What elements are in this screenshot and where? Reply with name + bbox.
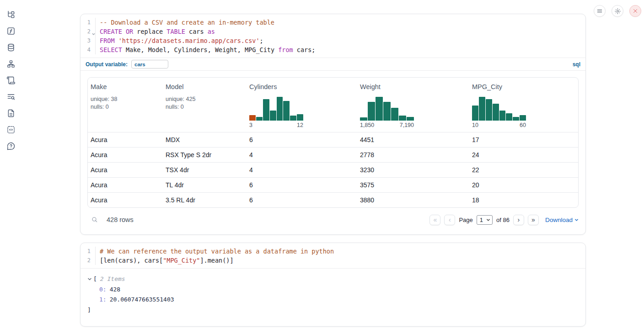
help-icon[interactable]: [6, 142, 16, 151]
column-header-cylinders[interactable]: Cylinders 3 12: [247, 78, 357, 132]
hist-min-label: 1,850: [360, 122, 374, 128]
chevron-down-icon: [574, 217, 579, 223]
list-item: 0:428: [99, 285, 585, 295]
python-comment: # We can reference the output variable a…: [100, 248, 334, 255]
table-row[interactable]: Acura 3.5 RL 4dr 6 3880 18: [88, 192, 578, 207]
hist-max-label: 60: [520, 122, 526, 128]
table-row[interactable]: Acura TSX 4dr 4 3230 22: [88, 162, 578, 177]
output-variable-label: Output variable:: [86, 61, 128, 68]
menu-icon[interactable]: [594, 5, 606, 17]
shutdown-close-icon[interactable]: [629, 5, 641, 17]
pagination-controls: « ‹ Page 1 of 86 › » Download: [429, 215, 579, 225]
histogram-bar: [383, 102, 391, 121]
histogram-bar: [399, 116, 406, 121]
item-value: 20.060747663551403: [110, 296, 174, 303]
sql-comment: -- Download a CSV and create an in-memor…: [100, 19, 274, 26]
line-number: 2: [80, 27, 95, 36]
documentation-icon[interactable]: [6, 109, 16, 118]
python-output-tree: [ 2 Items 0:428 1:20.060747663551403 ]: [80, 269, 585, 326]
item-index: 1:: [99, 296, 107, 303]
histogram-bar: [360, 117, 367, 121]
last-page-button[interactable]: »: [528, 215, 539, 225]
settings-gear-icon[interactable]: [612, 5, 623, 17]
histogram-bar: [479, 97, 485, 121]
histogram-bar: [486, 99, 492, 121]
download-button[interactable]: Download: [545, 217, 579, 223]
code-line: 1 # We can reference the output variable…: [80, 247, 585, 256]
table-row[interactable]: Acura MDX 6 4451 17: [88, 132, 578, 147]
histogram-bar: [277, 97, 283, 121]
histogram-bar: [290, 116, 296, 121]
table-footer: 428 rows « ‹ Page 1 of 86 › » Download: [87, 208, 579, 229]
histogram-bar: [513, 117, 519, 121]
scratchpad-search-icon[interactable]: [6, 92, 16, 101]
column-unique-count: unique: 38: [91, 95, 161, 103]
line-number: 3: [80, 36, 95, 45]
search-icon[interactable]: [91, 216, 98, 223]
dependency-graph-icon[interactable]: [6, 59, 16, 69]
histogram-bar: [283, 101, 290, 121]
column-header-model[interactable]: Model unique: 425 nulls: 0: [163, 78, 247, 132]
sql-code-editor[interactable]: 1 -- Download a CSV and create an in-mem…: [80, 14, 585, 58]
line-number: 1: [80, 18, 95, 27]
hist-max-label: 7,190: [400, 122, 414, 128]
item-value: 428: [110, 286, 120, 293]
hist-min-label: 3: [249, 122, 252, 128]
sql-keyword: FROM: [100, 37, 115, 44]
items-count: 2 Items: [100, 274, 125, 285]
sql-output-section: Make unique: 38 nulls: 0 Model unique: 4…: [80, 71, 585, 234]
sql-keyword: CREATE OR: [100, 28, 133, 35]
histogram-bar: [520, 115, 526, 121]
python-code-editor[interactable]: 1 # We can reference the output variable…: [80, 243, 585, 269]
variables-icon[interactable]: [6, 26, 16, 36]
table-row[interactable]: Acura RSX Type S 2dr 4 2778 24: [88, 147, 578, 162]
left-sidebar: [0, 0, 22, 333]
column-null-count: nulls: 0: [166, 103, 245, 111]
line-number: 4: [80, 45, 95, 54]
file-explorer-icon[interactable]: [6, 10, 16, 19]
item-index: 0:: [99, 286, 107, 293]
column-header-make[interactable]: Make unique: 38 nulls: 0: [88, 78, 163, 132]
table-header-row: Make unique: 38 nulls: 0 Model unique: 4…: [88, 78, 578, 132]
cylinders-histogram: 3 12: [249, 97, 303, 128]
column-header-weight[interactable]: Weight 1,850 7,190: [357, 78, 469, 132]
table-row[interactable]: Acura TL 4dr 6 3575 20: [88, 177, 578, 192]
code-line: 1 -- Download a CSV and create an in-mem…: [80, 18, 585, 27]
python-string: "MPG_City": [163, 257, 200, 264]
sql-keyword: as: [208, 28, 215, 35]
language-badge[interactable]: sql: [573, 61, 580, 68]
close-bracket: ]: [87, 305, 585, 316]
page-select[interactable]: 1: [477, 215, 493, 225]
column-header-mpg-city[interactable]: MPG_City 10 60: [469, 78, 578, 132]
histogram-bar: [493, 104, 499, 121]
logs-icon[interactable]: [6, 76, 16, 85]
column-null-count: nulls: 0: [91, 103, 161, 111]
line-number: 1: [80, 247, 95, 256]
datasources-icon[interactable]: [6, 43, 16, 52]
hist-min-label: 10: [472, 122, 478, 128]
histogram-bar: [472, 106, 478, 121]
weight-histogram: 1,850 7,190: [360, 97, 414, 128]
python-cell: 1 # We can reference the output variable…: [80, 243, 586, 327]
collapse-chevron-icon[interactable]: [87, 277, 92, 281]
snippets-icon[interactable]: [6, 125, 16, 134]
open-bracket: [: [93, 274, 97, 285]
rows-count: 428 rows: [107, 216, 134, 223]
histogram-bar: [499, 111, 506, 121]
next-page-button[interactable]: ›: [513, 215, 524, 225]
output-variable-input[interactable]: [131, 60, 168, 69]
prev-page-button[interactable]: ‹: [444, 215, 455, 225]
page-total-label: of 86: [496, 217, 510, 223]
code-line: 2 CREATE OR replace TABLE cars as: [80, 27, 585, 36]
histogram-bar: [297, 114, 303, 121]
histogram-bar: [256, 117, 263, 121]
sql-keyword: SELECT: [100, 46, 122, 53]
chevron-down-icon: [486, 217, 490, 223]
histogram-bar: [376, 97, 383, 121]
page-label: Page: [459, 217, 472, 223]
histogram-bar: [263, 99, 269, 121]
notebook-main: 1 -- Download a CSV and create an in-mem…: [80, 14, 586, 327]
first-page-button[interactable]: «: [429, 215, 440, 225]
column-unique-count: unique: 425: [166, 95, 245, 103]
sql-string: 'https://datasets.marimo.app/cars.csv': [118, 37, 260, 44]
